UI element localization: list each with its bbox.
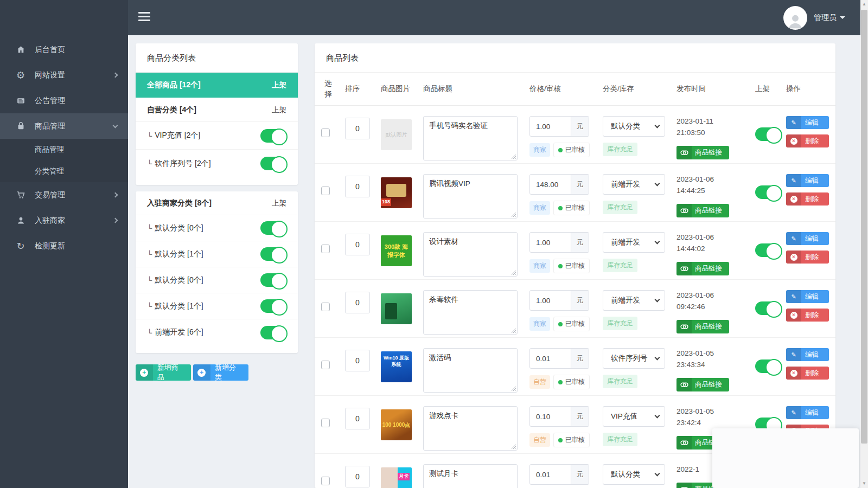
price-input-group[interactable]: 1.00 元 xyxy=(529,232,589,253)
hamburger-menu-icon[interactable] xyxy=(138,12,150,22)
price-value[interactable]: 1.00 xyxy=(530,233,571,252)
edit-button[interactable]: ✎ 编辑 xyxy=(786,348,829,361)
sidebar-item-home[interactable]: 后台首页 xyxy=(0,37,128,62)
category-selected-value: 前端开发 xyxy=(611,237,640,247)
delete-button[interactable]: ✕ 删除 xyxy=(786,367,829,380)
category-toggle[interactable] xyxy=(260,247,286,261)
sort-input[interactable] xyxy=(345,350,370,371)
delete-button[interactable]: ✕ 删除 xyxy=(786,309,829,322)
edit-button[interactable]: ✎ 编辑 xyxy=(786,290,829,303)
price-value[interactable]: 1.00 xyxy=(530,117,571,136)
product-image: Win10 原版系统 xyxy=(381,351,412,382)
delete-button[interactable]: ✕ 删除 xyxy=(786,134,829,147)
price-value[interactable]: 148.00 xyxy=(530,175,571,194)
price-input-group[interactable]: 148.00 元 xyxy=(529,174,589,195)
category-select[interactable]: 前端开发 xyxy=(603,290,665,311)
row-checkbox[interactable] xyxy=(321,361,330,369)
price-input-group[interactable]: 0.01 元 xyxy=(529,464,589,485)
product-link-button[interactable]: 商品链接 xyxy=(676,262,729,275)
category-row[interactable]: └ 前端开发 [6个] xyxy=(136,319,298,345)
delete-button[interactable]: ✕ 删除 xyxy=(786,192,829,206)
category-row[interactable]: └ VIP充值 [2个] xyxy=(136,122,298,150)
edit-button[interactable]: ✎ 编辑 xyxy=(786,116,829,129)
sort-input[interactable] xyxy=(345,466,370,487)
category-row[interactable]: └ 默认分类 [1个] xyxy=(136,293,298,319)
scroll-down-arrow-icon[interactable]: ▼ xyxy=(860,479,868,488)
sort-input[interactable] xyxy=(345,408,370,429)
row-checkbox[interactable] xyxy=(321,187,330,195)
sort-input[interactable] xyxy=(345,234,370,255)
sidebar-item-gear[interactable]: ⚙ 网站设置 xyxy=(0,62,128,88)
product-link-button[interactable]: 商品链接 xyxy=(676,146,729,159)
category-row[interactable]: └ 软件序列号 [2个] xyxy=(136,150,298,177)
category-select[interactable]: 默认分类 xyxy=(603,116,665,137)
edit-button[interactable]: ✎ 编辑 xyxy=(786,406,829,419)
category-row[interactable]: └ 默认分类 [1个] xyxy=(136,241,298,267)
row-checkbox[interactable] xyxy=(321,419,330,427)
scroll-up-arrow-icon[interactable]: ▲ xyxy=(860,0,868,9)
category-row[interactable]: └ 默认分类 [0个] xyxy=(136,215,298,241)
scrollbar-thumb[interactable] xyxy=(861,10,867,444)
category-row[interactable]: └ 默认分类 [0个] xyxy=(136,267,298,293)
sort-input[interactable] xyxy=(345,176,370,197)
edit-button[interactable]: ✎ 编辑 xyxy=(786,232,829,245)
on-sale-toggle[interactable] xyxy=(755,127,781,141)
row-checkbox[interactable] xyxy=(321,477,330,485)
category-select[interactable]: 前端开发 xyxy=(603,232,665,253)
sidebar-subitem[interactable]: 分类管理 xyxy=(0,160,128,182)
sort-input[interactable] xyxy=(345,118,370,139)
price-value[interactable]: 0.01 xyxy=(530,465,571,484)
price-input-group[interactable]: 0.10 元 xyxy=(529,406,589,427)
product-title-textarea[interactable]: 手机号码实名验证 xyxy=(423,116,518,160)
price-value[interactable]: 0.01 xyxy=(530,349,571,368)
price-input-group[interactable]: 1.00 元 xyxy=(529,290,589,311)
on-sale-toggle[interactable] xyxy=(755,301,781,315)
row-checkbox[interactable] xyxy=(321,129,330,137)
category-select[interactable]: VIP充值 xyxy=(603,406,665,427)
category-toggle[interactable] xyxy=(260,221,286,235)
price-value[interactable]: 1.00 xyxy=(530,291,571,310)
category-select[interactable]: 前端开发 xyxy=(603,174,665,195)
product-title-textarea[interactable]: 腾讯视频VIP xyxy=(423,174,518,219)
product-title-textarea[interactable]: 激活码 xyxy=(423,348,518,393)
user-menu[interactable]: 管理员 xyxy=(783,0,845,35)
category-toggle[interactable] xyxy=(260,129,286,143)
add-category-button[interactable]: + 新增分类 xyxy=(193,364,248,381)
category-toggle[interactable] xyxy=(260,273,286,287)
product-title-textarea[interactable]: 游戏点卡 xyxy=(423,406,518,451)
category-toggle[interactable] xyxy=(260,299,286,313)
sidebar-item-merchant[interactable]: 入驻商家 xyxy=(0,208,128,233)
price-input-group[interactable]: 1.00 元 xyxy=(529,116,589,137)
price-input-group[interactable]: 0.01 元 xyxy=(529,348,589,369)
edit-button[interactable]: ✎ 编辑 xyxy=(786,174,829,187)
category-row[interactable]: 全部商品 [12个] 上架 xyxy=(136,73,298,98)
category-row[interactable]: 入驻商家分类 [8个] 上架 xyxy=(136,191,298,215)
user-name[interactable]: 管理员 xyxy=(814,13,845,23)
scrollbar[interactable]: ▲ ▼ xyxy=(860,0,868,488)
on-sale-toggle[interactable] xyxy=(755,185,781,199)
product-title-textarea[interactable]: 杀毒软件 xyxy=(423,290,518,335)
add-product-button[interactable]: + 新增商品 xyxy=(136,364,191,381)
sidebar-item-bag[interactable]: 商品管理 xyxy=(0,113,128,139)
category-select[interactable]: 软件序列号 xyxy=(603,348,665,369)
category-row[interactable]: 自营分类 [4个] 上架 xyxy=(136,98,298,122)
price-value[interactable]: 0.10 xyxy=(530,407,571,426)
sort-input[interactable] xyxy=(345,292,370,313)
category-select[interactable]: 默认分类 xyxy=(603,464,665,485)
sidebar-item-cart[interactable]: 交易管理 xyxy=(0,182,128,208)
category-toggle[interactable] xyxy=(260,157,286,170)
sidebar-subitem[interactable]: 商品管理 xyxy=(0,139,128,160)
row-checkbox[interactable] xyxy=(321,303,330,311)
product-title-textarea[interactable]: 设计素材 xyxy=(423,232,518,277)
product-title-textarea[interactable]: 测试月卡 xyxy=(423,464,518,488)
sidebar-item-announcement[interactable]: 公告管理 xyxy=(0,88,128,113)
product-link-button[interactable]: 商品链接 xyxy=(676,378,729,391)
sidebar-item-refresh[interactable]: ↻ 检测更新 xyxy=(0,233,128,259)
on-sale-toggle[interactable] xyxy=(755,243,781,257)
row-checkbox[interactable] xyxy=(321,245,330,253)
on-sale-toggle[interactable] xyxy=(755,359,781,373)
category-toggle[interactable] xyxy=(260,326,286,339)
product-link-button[interactable]: 商品链接 xyxy=(676,204,729,217)
product-link-button[interactable]: 商品链接 xyxy=(676,320,729,333)
delete-button[interactable]: ✕ 删除 xyxy=(786,251,829,264)
